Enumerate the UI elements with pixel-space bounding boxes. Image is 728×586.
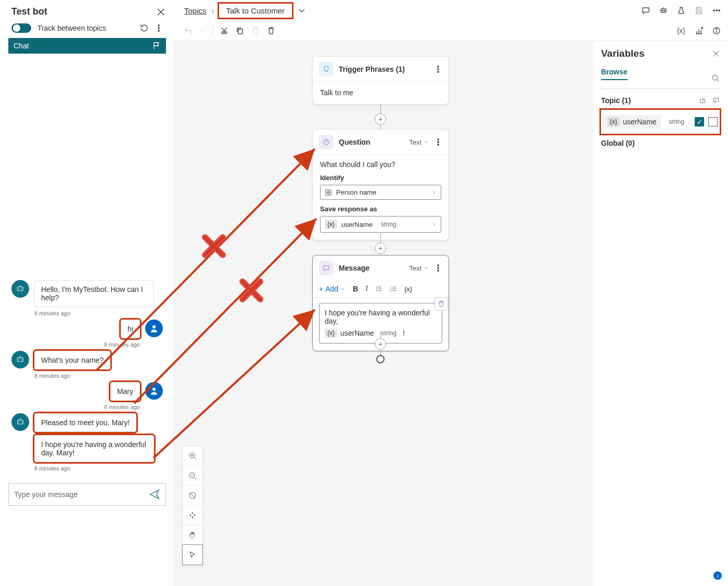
undo-dropdown-icon[interactable] — [200, 27, 205, 35]
reset-icon[interactable] — [140, 24, 148, 32]
number-list-icon[interactable]: 123 — [390, 285, 397, 292]
variable-row[interactable]: {x} userName string ✓ — [602, 112, 719, 132]
info-badge-icon[interactable]: i — [713, 571, 722, 580]
more-vertical-icon[interactable] — [434, 138, 442, 146]
bot-message[interactable]: What's your name? — [34, 351, 110, 370]
comment-icon[interactable] — [642, 6, 650, 15]
end-node-icon — [376, 355, 385, 363]
svg-point-47 — [438, 267, 439, 269]
delete-icon[interactable] — [267, 27, 275, 35]
svg-point-7 — [21, 288, 22, 289]
analytics-icon[interactable] — [695, 27, 703, 35]
close-icon[interactable] — [712, 50, 720, 57]
topic-section-label: Topic (1) — [601, 96, 631, 105]
return-icon[interactable] — [712, 97, 720, 104]
svg-point-14 — [152, 388, 156, 391]
trigger-icon — [319, 62, 334, 77]
variable-receive-checkbox[interactable]: ✓ — [695, 117, 704, 126]
save-as-label: Save response as — [320, 205, 441, 213]
search-icon[interactable] — [711, 74, 720, 82]
undo-icon[interactable] — [184, 27, 193, 35]
svg-rect-15 — [18, 420, 23, 424]
svg-point-12 — [21, 359, 22, 360]
breadcrumb-current-highlight: Talk to Customer — [218, 2, 294, 19]
svg-point-38 — [326, 144, 326, 144]
svg-point-11 — [19, 359, 20, 360]
more-horizontal-icon[interactable] — [712, 6, 721, 15]
bullet-list-icon[interactable] — [375, 285, 382, 292]
more-vertical-icon[interactable] — [155, 24, 163, 32]
receive-icon[interactable] — [699, 97, 706, 104]
info-icon[interactable] — [712, 27, 721, 35]
add-button[interactable]: + Add — [319, 285, 346, 293]
flask-icon[interactable] — [677, 6, 685, 15]
svg-point-34 — [438, 66, 439, 67]
svg-point-23 — [713, 10, 715, 11]
identify-input[interactable]: Person name — [320, 185, 441, 200]
italic-icon[interactable]: I — [365, 285, 368, 293]
user-avatar-icon — [145, 320, 163, 337]
insert-variable-icon[interactable]: {x} — [404, 285, 412, 293]
zoom-in-button[interactable] — [183, 446, 202, 466]
close-icon[interactable] — [157, 8, 165, 16]
question-title: Question — [339, 138, 371, 146]
variable-return-checkbox[interactable] — [708, 117, 718, 126]
question-icon — [319, 135, 334, 149]
svg-point-36 — [438, 71, 439, 72]
question-type-selector[interactable]: Text — [409, 138, 429, 146]
more-vertical-icon[interactable] — [434, 65, 442, 73]
test-bot-panel: Test bot Track between topics Chat Hello… — [8, 6, 166, 506]
chat-input[interactable]: Type your message — [8, 483, 166, 506]
save-icon[interactable] — [695, 6, 703, 15]
pan-button[interactable] — [183, 525, 202, 545]
svg-rect-43 — [329, 189, 331, 192]
delete-message-button[interactable] — [435, 297, 448, 311]
breadcrumb-current[interactable]: Talk to Customer — [222, 5, 289, 17]
chat-tab[interactable]: Chat — [8, 38, 166, 54]
bot-message[interactable]: Hello, I'm MyTestbot. How can I help? — [34, 280, 154, 307]
svg-point-48 — [438, 270, 439, 271]
user-message[interactable]: Mary — [110, 382, 140, 401]
svg-text:3: 3 — [390, 289, 392, 292]
authoring-canvas[interactable]: Trigger Phrases (1) Talk to me + Questio… — [173, 41, 728, 586]
add-node-button[interactable]: + — [375, 338, 386, 350]
zoom-fit-button[interactable] — [183, 486, 202, 505]
track-toggle[interactable] — [11, 23, 31, 33]
trigger-node[interactable]: Trigger Phrases (1) Talk to me — [312, 56, 449, 105]
bot-icon[interactable] — [659, 6, 668, 15]
question-node[interactable]: Question Text What should I call you? Id… — [312, 129, 449, 240]
question-prompt: What should I call you? — [320, 160, 441, 169]
chat-input-placeholder: Type your message — [14, 490, 149, 499]
trigger-phrase: Talk to me — [320, 88, 353, 97]
select-button[interactable] — [183, 545, 202, 565]
reset-view-button[interactable] — [183, 505, 202, 525]
chevron-right-icon: › — [212, 6, 214, 15]
user-message[interactable]: hi — [121, 320, 140, 338]
more-vertical-icon[interactable] — [434, 264, 442, 272]
add-node-button[interactable]: + — [375, 113, 386, 125]
send-icon[interactable] — [149, 489, 160, 500]
add-node-button[interactable]: + — [375, 243, 386, 254]
trigger-title: Trigger Phrases (1) — [339, 65, 405, 73]
save-variable-input[interactable]: {x} userName string — [320, 216, 441, 233]
svg-point-24 — [716, 10, 718, 11]
bot-avatar-icon — [11, 351, 29, 368]
bot-message[interactable]: I hope you're having a wonderful day, Ma… — [34, 435, 154, 462]
zoom-out-button[interactable] — [183, 466, 202, 486]
bot-message[interactable]: Pleased to meet you, Mary! — [34, 413, 136, 432]
svg-point-39 — [438, 139, 439, 140]
flag-icon[interactable] — [152, 42, 161, 50]
paste-icon[interactable] — [251, 27, 260, 35]
chevron-down-icon[interactable] — [298, 6, 306, 15]
svg-point-2 — [158, 25, 160, 27]
chat-body: Hello, I'm MyTestbot. How can I help? 8 … — [8, 54, 166, 506]
bold-icon[interactable]: B — [353, 285, 358, 293]
breadcrumb-root[interactable]: Topics — [184, 6, 207, 15]
bot-message-block: Hello, I'm MyTestbot. How can I help? 8 … — [11, 280, 163, 316]
message-type-selector[interactable]: Text — [409, 264, 429, 272]
cut-icon[interactable] — [220, 27, 228, 35]
variable-brace-icon[interactable]: {x} — [677, 27, 685, 35]
browse-tab[interactable]: Browse — [601, 68, 628, 80]
copy-icon[interactable] — [236, 27, 244, 35]
variables-title: Variables — [601, 48, 644, 59]
